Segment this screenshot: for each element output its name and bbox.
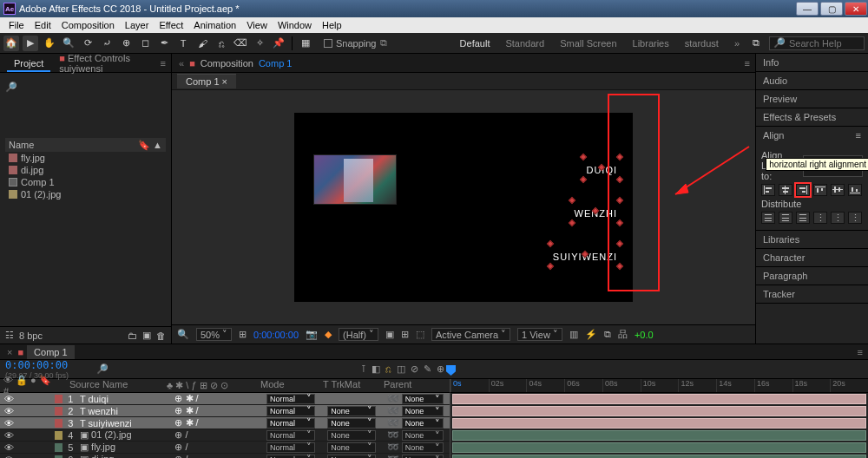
parent-pickwhip[interactable]: ➿ [387,429,399,440]
hand-tool[interactable]: ✋ [42,36,57,51]
project-item[interactable]: fly.jpg [5,152,166,164]
selection-tool[interactable]: ▶ [23,36,38,51]
roto-tool[interactable]: ✧ [252,36,267,51]
panel-libraries[interactable]: Libraries [756,231,868,248]
menu-animation[interactable]: Animation [188,20,241,30]
parent-select[interactable]: None˅ [402,418,444,429]
dist-right-button[interactable]: ⋮ [848,212,862,224]
trash-icon[interactable]: 🗑 [156,330,166,341]
align-top-button[interactable] [813,184,827,196]
timeline-panel-menu[interactable]: ≡ [858,347,863,357]
shy-icon[interactable]: ⎌ [385,363,391,375]
comp-tab[interactable]: Comp 1 × [177,74,236,88]
workspace-libraries[interactable]: Libraries [626,36,676,50]
parent-pickwhip[interactable]: ➿ [387,454,399,458]
layer-bar[interactable] [452,418,866,429]
snapping-checkbox[interactable] [324,39,332,48]
layer-row[interactable]: 👁5▣ fly.jpg⊕ /Normal˅None˅➿ None˅ [0,442,450,454]
layer-bar[interactable] [452,394,866,404]
panel-menu-icon[interactable]: ≡ [161,58,166,69]
composition-canvas[interactable]: DUIQI WENZHI SUIYIWENZI [294,113,633,302]
zoom-tool[interactable]: 🔍 [61,36,76,51]
roi-icon[interactable]: ▣ [385,329,394,340]
panel-info[interactable]: Info [756,54,868,71]
mode-select[interactable]: Normal˅ [266,406,315,416]
brush-tool[interactable]: 🖌 [194,36,210,51]
draft3d-icon[interactable]: ◧ [372,363,380,375]
view-select[interactable]: 1 View ˅ [517,328,562,341]
new-folder-icon[interactable]: 🗀 [128,330,137,341]
project-item[interactable]: 01 (2).jpg [5,188,166,200]
stamp-tool[interactable]: ⎌ [214,36,229,51]
resolution-icon[interactable]: ⊞ [239,329,247,340]
workspace-small[interactable]: Small Screen [553,36,623,50]
mode-select[interactable]: Normal˅ [266,442,315,453]
mode-select[interactable]: Normal˅ [266,418,315,429]
panel-tracker[interactable]: Tracker [756,285,868,303]
comp-mini-flowchart-icon[interactable]: ⊺ [361,363,366,375]
time-ruler[interactable]: 0s 02s 04s 06s 08s 10s 12s 14s 16s 18s 2… [450,379,868,393]
track-area[interactable] [450,393,868,458]
col-mode[interactable]: Mode [260,379,318,392]
panel-paragraph[interactable]: Paragraph [756,267,868,285]
zoom-select[interactable]: 50% ˅ [196,328,232,341]
puppet-tool[interactable]: 📌 [271,36,286,51]
moblur-icon[interactable]: ⊘ [411,363,418,375]
panel-find-icon[interactable]: ⧉ [748,36,764,51]
dist-top-button[interactable]: ☰ [761,212,775,224]
layer-bar[interactable] [452,406,866,416]
trkmat-select[interactable]: None˅ [327,430,376,441]
close-button[interactable]: ✕ [845,2,867,16]
mode-select[interactable]: Normal˅ [266,394,315,404]
layer-row[interactable]: 👁6▣ di.jpg⊕ /Normal˅None˅➿ None˅ [0,454,450,458]
timeline-tab[interactable]: Comp 1 [27,345,75,359]
parent-pickwhip[interactable]: ➿ [387,405,399,415]
parent-select[interactable]: None˅ [402,430,444,441]
workspace-standard[interactable]: Standard [498,36,551,50]
snapping-icon[interactable]: ⧉ [380,37,387,49]
anchor-tool[interactable]: ⊕ [118,36,134,51]
tab-project[interactable]: Project [7,56,50,71]
tab-effect-controls[interactable]: ■ Effect Controls suiyiwensi [52,50,158,76]
current-timecode[interactable]: 0:00:00:00 [5,359,69,371]
search-help[interactable]: 🔎 Search Help [769,36,865,50]
dist-left-button[interactable]: ⋮ [813,212,827,224]
timeline-icon[interactable]: ⧉ [604,329,611,340]
col-trkmat[interactable]: T TrkMat [318,379,378,392]
panel-character[interactable]: Character [756,249,868,266]
dist-bottom-button[interactable]: ☰ [796,212,810,224]
snapshot-icon[interactable]: 📷 [306,329,318,340]
minimize-button[interactable]: — [796,2,819,16]
trkmat-select[interactable]: None˅ [327,406,376,416]
channel-icon[interactable]: ⬚ [416,329,424,340]
project-item[interactable]: Comp 1 [5,176,166,188]
new-comp-icon[interactable]: ▣ [142,330,151,341]
brainstorm-icon[interactable]: ⊕ [437,363,444,375]
grid-icon[interactable]: ⊞ [401,329,409,340]
layer-bar[interactable] [452,455,866,458]
exposure-value[interactable]: +0.0 [635,330,654,340]
panel-effects-presets[interactable]: Effects & Presets [756,108,868,126]
comp-panel-menu[interactable]: ≡ [745,58,750,69]
align-left-button[interactable] [761,184,775,196]
graph-icon[interactable]: ✎ [424,363,431,375]
panel-audio[interactable]: Audio [756,72,868,89]
align-bottom-button[interactable] [848,184,862,196]
layer-bar[interactable] [452,430,866,441]
local-axis-tool[interactable]: ▦ [298,36,313,51]
camera-select[interactable]: Active Camera ˅ [431,328,510,341]
rotate-tool[interactable]: ⤾ [99,36,115,51]
menu-layer[interactable]: Layer [120,20,155,30]
composition-viewer[interactable]: DUIQI WENZHI SUIYIWENZI [172,90,755,324]
panel-align[interactable]: Align≡ [756,127,868,144]
layer-row[interactable]: 👁2T wenzhi⊕ ✱ /Normal˅None˅➿ None˅ [0,405,450,417]
flowchart-icon[interactable]: 品 [618,328,628,341]
col-source[interactable]: Source Name [66,379,163,392]
parent-select[interactable]: None˅ [402,394,444,404]
col-parent[interactable]: Parent [378,379,448,392]
parent-pickwhip[interactable]: ➿ [387,393,399,403]
text-tool[interactable]: T [175,36,191,51]
workspace-default[interactable]: Default [453,36,497,50]
project-search-icon[interactable]: 🔎 [5,82,17,93]
menu-window[interactable]: Window [273,20,317,30]
